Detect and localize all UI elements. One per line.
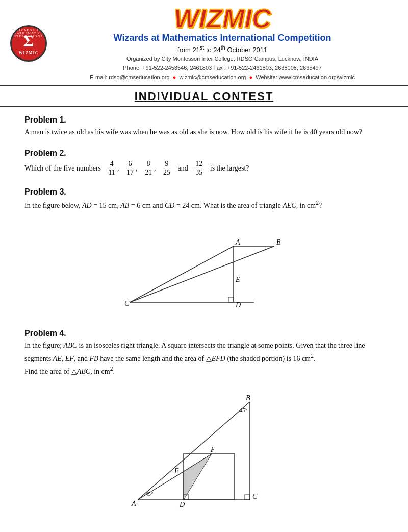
svg-line-0 bbox=[130, 246, 234, 302]
figure-3: A B C D E bbox=[24, 216, 384, 319]
problem-2-text: Which of the five numbers 4 11 , 6 17 , … bbox=[24, 160, 384, 178]
figure-3-svg: A B C D E bbox=[117, 216, 291, 319]
figure-4: B C A D E F 45° 45° bbox=[24, 382, 384, 515]
svg-line-8 bbox=[138, 402, 250, 500]
website: Website: www.cmseducation.org/wizmic bbox=[256, 74, 355, 80]
svg-rect-13 bbox=[245, 495, 250, 500]
svg-line-12 bbox=[138, 472, 184, 500]
problem-4-text: In the figure; ABC is an isosceles right… bbox=[24, 340, 384, 377]
frac-numerator: 12 bbox=[194, 160, 203, 169]
header: WIZARDS AT MATHEMATICS INTERNATIONAL Σ W… bbox=[0, 0, 408, 86]
frac-numerator: 6 bbox=[128, 160, 133, 169]
frac-denominator: 35 bbox=[194, 168, 203, 177]
svg-line-1 bbox=[130, 246, 274, 302]
logo: WIZARDS AT MATHEMATICS INTERNATIONAL Σ W… bbox=[10, 25, 47, 62]
frac-12-35: 12 35 bbox=[194, 160, 203, 178]
problem-2-intro: Which of the five numbers bbox=[24, 164, 101, 172]
label-D: D bbox=[235, 301, 241, 309]
logo-arc-text: WIZARDS AT MATHEMATICS INTERNATIONAL bbox=[12, 29, 45, 38]
frac-denominator: 11 bbox=[108, 168, 116, 177]
label-C4: C bbox=[252, 493, 258, 500]
problem-1-text: A man is twice as old as his wife was wh… bbox=[24, 127, 384, 138]
label-E: E bbox=[235, 276, 240, 283]
frac-numerator: 8 bbox=[146, 160, 151, 169]
org-info: Organized by City Montessori Inter Colle… bbox=[52, 55, 393, 82]
frac-4-11: 4 11 bbox=[108, 160, 116, 178]
label-A: A bbox=[235, 238, 240, 246]
org-line1: Organized by City Montessori Inter Colle… bbox=[52, 55, 393, 64]
label-B4: B bbox=[246, 394, 250, 402]
problem-4-block: Problem 4. In the figure; ABC is an isos… bbox=[24, 329, 384, 515]
svg-rect-5 bbox=[228, 297, 234, 302]
problem-2-outro: is the largest? bbox=[210, 164, 249, 172]
org-line3: E-mail: rdso@cmseducation.org ● wizmic@c… bbox=[52, 73, 393, 82]
frac-8-21: 8 21 bbox=[144, 160, 153, 178]
email1: rdso@cmseducation.org bbox=[109, 74, 169, 80]
problem-3-block: Problem 3. In the figure below, AD = 15 … bbox=[24, 187, 384, 319]
problem-1-title: Problem 1. bbox=[24, 115, 384, 125]
label-C: C bbox=[124, 300, 130, 307]
main-title: WIZMIC bbox=[52, 5, 393, 32]
dot2: ● bbox=[249, 74, 252, 80]
logo-wizmic-text: WIZMIC bbox=[19, 51, 39, 55]
contest-banner: INDIVIDUAL CONTEST bbox=[0, 86, 408, 107]
label-B: B bbox=[276, 238, 281, 246]
figure-4-svg: B C A D E F 45° 45° bbox=[117, 382, 291, 515]
angle-A4: 45° bbox=[145, 491, 153, 497]
frac-denominator: 17 bbox=[125, 168, 135, 177]
subtitle: Wizards at Mathematics International Com… bbox=[52, 33, 393, 43]
frac-denominator: 25 bbox=[162, 168, 171, 177]
frac-denominator: 21 bbox=[144, 168, 153, 177]
label-D4: D bbox=[179, 501, 185, 509]
email2: wizmic@cmseducation.org bbox=[179, 74, 246, 80]
label-E4: E bbox=[174, 467, 179, 475]
frac-numerator: 4 bbox=[109, 160, 115, 169]
org-line2: Phone: +91-522-2453546, 2461803 Fax : +9… bbox=[52, 64, 393, 73]
label-A4: A bbox=[131, 500, 136, 507]
problem-1-block: Problem 1. A man is twice as old as his … bbox=[24, 115, 384, 138]
date-line: from 21st to 24th October 2011 bbox=[52, 44, 393, 54]
problem-4-title: Problem 4. bbox=[24, 329, 384, 338]
svg-marker-10 bbox=[184, 454, 212, 500]
problem-3-title: Problem 3. bbox=[24, 187, 384, 197]
frac-9-25: 9 25 bbox=[162, 160, 171, 178]
label-F4: F bbox=[210, 446, 215, 453]
frac-6-17: 6 17 bbox=[125, 160, 135, 178]
problem-3-text: In the figure below, AD = 15 cm, AB = 6 … bbox=[24, 199, 384, 211]
header-center: WIZMIC Wizards at Mathematics Internatio… bbox=[47, 5, 398, 82]
dot1: ● bbox=[173, 74, 176, 80]
problem-2-block: Problem 2. Which of the five numbers 4 1… bbox=[24, 149, 384, 178]
contest-title: INDIVIDUAL CONTEST bbox=[135, 90, 274, 103]
angle-B4: 45° bbox=[240, 407, 247, 413]
frac-numerator: 9 bbox=[164, 160, 170, 169]
problem-2-title: Problem 2. bbox=[24, 149, 384, 158]
main-content: Problem 1. A man is twice as old as his … bbox=[0, 107, 408, 532]
